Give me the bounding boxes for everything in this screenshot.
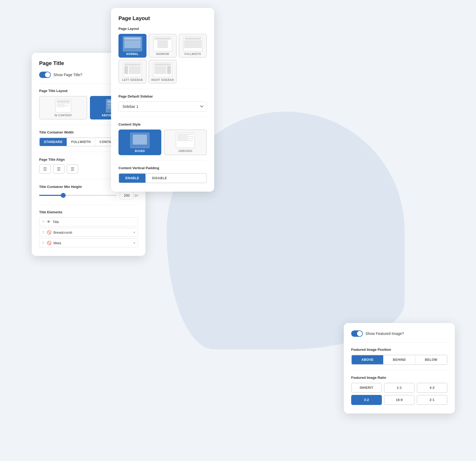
chevron-breadcrumb[interactable]: ▾ xyxy=(134,230,135,234)
eye-icon-title[interactable]: 👁 xyxy=(47,220,51,224)
padding-enable-btn[interactable]: ENABLE xyxy=(119,174,146,183)
show-page-title-toggle[interactable] xyxy=(39,72,51,78)
position-behind-btn[interactable]: BEHIND xyxy=(383,355,415,364)
drag-handle-breadcrumb[interactable]: ⠿ xyxy=(42,230,45,234)
content-style-label: Content Style xyxy=(118,122,207,126)
align-left-btn[interactable]: ☰ xyxy=(39,164,51,174)
element-row-title: ⠿ 👁 Title xyxy=(39,217,138,226)
padding-disable-btn[interactable]: DISABLE xyxy=(146,174,173,183)
slider-fill xyxy=(39,195,62,196)
content-card-unboxed-icon xyxy=(176,133,195,148)
layout-normal-label: NORMAL xyxy=(126,53,139,56)
title-container-min-height-label: Title Container Min Height xyxy=(39,185,82,189)
align-right-btn[interactable]: ☰ xyxy=(67,164,78,174)
page-layout-panel: Page Layout Page Layout NORMAL NARROW xyxy=(111,8,214,192)
layout-right-sidebar[interactable]: RIGHT SIDEBAR xyxy=(149,60,177,84)
layout-card-in-content[interactable]: IN CONTENT xyxy=(39,96,87,119)
drag-handle-meta[interactable]: ⠿ xyxy=(42,241,45,245)
slider-track[interactable] xyxy=(39,195,117,196)
featured-image-panel: Show Featured Image? Featured Image Posi… xyxy=(344,323,455,413)
min-height-unit: px xyxy=(135,193,138,197)
drag-handle-title[interactable]: ⠿ xyxy=(42,220,45,224)
featured-image-position-group: ABOVE BEHIND BELOW xyxy=(351,355,447,365)
slider-value-display: px xyxy=(120,191,138,199)
layout-fullwidth[interactable]: FULLWIDTH xyxy=(179,34,207,58)
eye-icon-meta[interactable]: 🚫 xyxy=(47,241,51,245)
divider-5 xyxy=(39,205,138,205)
ratio-2-1-btn[interactable]: 2:1 xyxy=(417,395,447,405)
page-title-align-label: Page Title Align xyxy=(39,158,65,162)
element-name-meta: Meta xyxy=(53,241,131,245)
content-padding-toggle: ENABLE DISABLE xyxy=(118,173,207,183)
layout-right-sidebar-label: RIGHT SIDEBAR xyxy=(151,79,174,81)
ratio-16-9-btn[interactable]: 16:9 xyxy=(384,395,415,405)
content-vertical-padding-label: Content Vertical Padding xyxy=(118,166,207,170)
show-featured-image-toggle[interactable] xyxy=(351,330,363,337)
layout-narrow-icon xyxy=(153,36,172,51)
page-layout-grid: NORMAL NARROW FULLWIDTH xyxy=(118,34,207,84)
sidebar-select[interactable]: Sidebar 1 Sidebar 2 xyxy=(118,102,207,112)
show-page-title-label: Show Page Title? xyxy=(53,73,82,77)
featured-image-position-label: Featured Image Position xyxy=(351,348,447,352)
layout-left-sidebar-icon xyxy=(123,62,142,77)
right-divider-2 xyxy=(351,370,447,370)
layout-fullwidth-icon xyxy=(183,36,202,51)
chevron-meta[interactable]: ▾ xyxy=(134,241,135,245)
layout-card-in-content-label: IN CONTENT xyxy=(54,114,72,117)
page-default-sidebar-label: Page Default Sidebar xyxy=(118,94,207,98)
layout-fullwidth-label: FULLWIDTH xyxy=(185,53,201,56)
content-card-boxed[interactable]: BOXED xyxy=(118,130,161,155)
page-layout-section-label: Page Layout xyxy=(118,27,207,31)
element-name-title: Title xyxy=(53,220,135,224)
element-row-meta: ⠿ 🚫 Meta ▾ xyxy=(39,238,138,247)
layout-normal-icon xyxy=(123,36,142,51)
position-above-btn[interactable]: ABOVE xyxy=(352,355,383,364)
ratio-4-3-btn[interactable]: 4:3 xyxy=(417,383,447,393)
cc-lines-unboxed xyxy=(176,133,195,141)
eye-icon-breadcrumb[interactable]: 🚫 xyxy=(47,230,51,234)
featured-image-ratio-label: Featured Image Ratio xyxy=(351,376,447,380)
middle-divider-3 xyxy=(118,160,207,161)
element-row-breadcrumb: ⠿ 🚫 Breadcrumb ▾ xyxy=(39,228,138,237)
featured-image-ratio-grid: INHERIT 1:1 4:3 3:2 16:9 2:1 xyxy=(351,383,447,405)
align-center-btn[interactable]: ☰ xyxy=(53,164,65,174)
cc-inner-boxed xyxy=(133,135,147,145)
layout-card-in-content-icon xyxy=(55,99,71,112)
ratio-inherit-btn[interactable]: INHERIT xyxy=(351,383,382,393)
layout-normal[interactable]: NORMAL xyxy=(118,34,147,58)
width-btn-standard[interactable]: STANDARD xyxy=(40,138,67,146)
ratio-1-1-btn[interactable]: 1:1 xyxy=(384,383,415,393)
min-height-input[interactable] xyxy=(120,191,134,199)
ratio-3-2-btn[interactable]: 3:2 xyxy=(351,395,382,405)
title-elements-list: ⠿ 👁 Title ⠿ 🚫 Breadcrumb ▾ ⠿ 🚫 Meta ▾ xyxy=(39,217,138,247)
layout-left-sidebar[interactable]: LEFT SIDEBAR xyxy=(118,60,147,84)
content-card-boxed-label: BOXED xyxy=(135,150,145,153)
right-divider-1 xyxy=(351,342,447,342)
content-style-cards: BOXED UNBOXED xyxy=(118,130,207,155)
content-card-unboxed[interactable]: UNBOXED xyxy=(164,130,207,155)
layout-narrow[interactable]: NARROW xyxy=(149,34,177,58)
layout-left-sidebar-label: LEFT SIDEBAR xyxy=(122,79,143,81)
layout-narrow-label: NARROW xyxy=(156,53,169,56)
min-height-slider-row: px xyxy=(39,191,138,199)
content-card-boxed-icon xyxy=(130,133,149,148)
title-elements-label: Title Elements xyxy=(39,210,138,214)
layout-right-sidebar-icon xyxy=(153,62,172,77)
position-below-btn[interactable]: BELOW xyxy=(415,355,447,364)
slider-thumb[interactable] xyxy=(61,193,66,198)
content-card-unboxed-label: UNBOXED xyxy=(178,150,193,153)
show-featured-image-row: Show Featured Image? xyxy=(351,330,447,337)
width-btn-fullwidth[interactable]: FULLWIDTH xyxy=(67,138,95,146)
middle-divider-1 xyxy=(118,89,207,89)
element-name-breadcrumb: Breadcrumb xyxy=(53,230,131,234)
middle-divider-2 xyxy=(118,117,207,117)
page-layout-panel-heading: Page Layout xyxy=(118,15,207,21)
show-featured-image-label: Show Featured Image? xyxy=(365,331,404,336)
